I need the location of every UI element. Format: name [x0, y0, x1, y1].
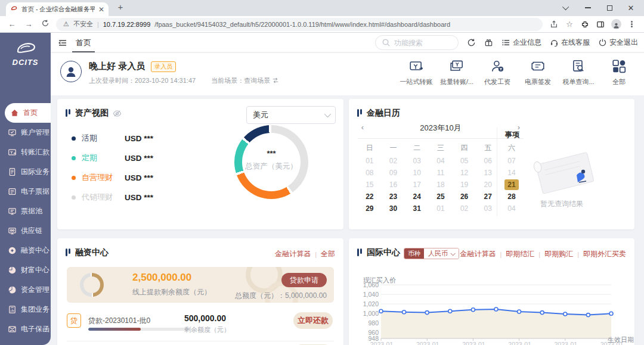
calendar-day[interactable]: 24: [405, 191, 429, 203]
tab-home[interactable]: 首页: [76, 33, 91, 52]
forward-icon[interactable]: →: [23, 20, 35, 29]
guarantee-icon: [8, 325, 17, 334]
calendar-day[interactable]: 30: [382, 203, 405, 215]
browser-menu-icon[interactable]: [625, 18, 638, 31]
quick-action-label: 代发工资: [484, 77, 510, 86]
gift-icon[interactable]: [484, 38, 493, 47]
sidebar-item-guarantee[interactable]: 电子保函: [0, 319, 51, 339]
calendar-day[interactable]: 04: [429, 155, 453, 167]
quick-action-payroll[interactable]: 代发工资: [477, 58, 518, 86]
calendar-day[interactable]: 05: [453, 155, 476, 167]
scene-switch-icon[interactable]: [272, 77, 279, 84]
refresh-icon[interactable]: [467, 38, 476, 47]
calendar-day[interactable]: 21: [500, 179, 524, 191]
profile-avatar[interactable]: [609, 18, 623, 31]
sidebar-item-supplychain[interactable]: 供应链: [0, 221, 51, 241]
link-spot-fx-trade[interactable]: 即期外汇买卖: [583, 249, 626, 259]
calendar-day[interactable]: 11: [429, 167, 453, 179]
greeting-title: 晚上好 录入员: [89, 61, 145, 72]
window-close-icon[interactable]: ✕: [620, 0, 642, 15]
sidebar-item-ebill[interactable]: 电子票据: [0, 182, 51, 201]
quick-action-one-stop-transfer[interactable]: 一站式转账: [396, 58, 436, 86]
search-input[interactable]: [394, 39, 448, 47]
sidebar-item-label: 国际业务: [21, 167, 49, 177]
link-all[interactable]: 全部: [321, 249, 335, 259]
calendar-day[interactable]: 02: [453, 203, 476, 215]
weekday-label: 二: [405, 143, 429, 154]
reload-icon[interactable]: [39, 19, 51, 29]
calendar-day[interactable]: 18: [429, 179, 453, 191]
menu-safe-logout[interactable]: 安全退出: [598, 38, 638, 48]
calendar-day[interactable]: 12: [453, 167, 476, 179]
list-icon: [501, 38, 510, 47]
link-spot-settlement[interactable]: 即期结汇: [506, 249, 534, 259]
calendar-day[interactable]: 02: [382, 155, 405, 167]
loan-apply-button[interactable]: 贷款申请: [281, 273, 327, 287]
menu-online-service[interactable]: 在线客服: [550, 38, 590, 48]
calendar-day[interactable]: 07: [500, 155, 524, 167]
calendar-day[interactable]: 08: [358, 167, 382, 179]
tab-close-icon[interactable]: ✕: [98, 5, 104, 14]
repay-now-button[interactable]: 立即还款: [293, 312, 333, 329]
sidebar-item-home[interactable]: 首页: [5, 103, 51, 123]
warning-icon: ⚠: [63, 20, 69, 28]
menu-company-info[interactable]: 企业信息: [501, 38, 541, 48]
quick-action-batch-transfer[interactable]: 批量转账/...: [436, 58, 477, 86]
calendar-day[interactable]: 14: [500, 167, 524, 179]
currency-select[interactable]: 美元: [246, 106, 336, 124]
calendar-day[interactable]: 22: [358, 191, 382, 203]
quick-action-ebill-issue[interactable]: 电票签发: [518, 58, 558, 86]
quick-action-all-apps[interactable]: 全部: [599, 58, 639, 86]
quick-action-label: 税单查询...: [562, 77, 594, 86]
sidebar-item-group[interactable]: 集团业务: [0, 300, 51, 319]
calendar-day[interactable]: 03: [405, 155, 429, 167]
sidebar-item-account[interactable]: 账户管理: [0, 123, 51, 142]
side-panel-icon[interactable]: [594, 18, 607, 31]
bookmark-star-icon[interactable]: ☆: [563, 18, 576, 31]
financing-links: 金融计算器|全部: [275, 249, 335, 259]
calendar-day[interactable]: 15: [358, 179, 382, 191]
calendar-day[interactable]: 16: [382, 179, 405, 191]
asset-view-card: 资产视图 美元 活期 USD *** 定期 USD *** 自营理财 USD *…: [57, 99, 343, 229]
extensions-icon[interactable]: [578, 18, 592, 31]
window-minimize-icon[interactable]: [577, 0, 599, 15]
sidebar-item-transfer[interactable]: 转账汇款: [0, 142, 51, 162]
eye-off-icon[interactable]: [113, 109, 122, 118]
calendar-day[interactable]: 26: [453, 191, 476, 203]
sidebar-item-financing[interactable]: 融资中心: [0, 241, 51, 260]
intl-card-title: 国际中心: [367, 247, 400, 258]
menu-collapse-icon[interactable]: [58, 38, 67, 48]
quick-action-tax-query[interactable]: 税单查询...: [558, 58, 599, 86]
back-icon[interactable]: ←: [6, 20, 18, 29]
browser-tab[interactable]: 首页 - 企业综合金融服务平台 ✕: [6, 2, 109, 16]
share-icon[interactable]: [547, 18, 561, 31]
link-calculator[interactable]: 金融计算器: [275, 249, 311, 259]
calendar-day[interactable]: 25: [429, 191, 453, 203]
window-menu-icon[interactable]: [556, 0, 577, 15]
calendar-day[interactable]: 17: [405, 179, 429, 191]
address-field[interactable]: ⚠ 不安全 | 10.7.19.22:8999/fpaas_bucket/941…: [56, 18, 543, 31]
sidebar-item-wealth[interactable]: 财富中心: [0, 260, 51, 280]
window-maximize-icon[interactable]: [599, 0, 620, 15]
sidebar-item-billpool[interactable]: 票据池: [0, 201, 51, 221]
calendar-day[interactable]: 09: [382, 167, 405, 179]
new-tab-button[interactable]: +: [114, 2, 126, 12]
svg-text:2023-01-…: 2023-01-…: [462, 341, 494, 345]
link-spot-purchase[interactable]: 即期购汇: [544, 249, 573, 259]
chevron-down-icon: [324, 111, 331, 117]
link-calculator[interactable]: 金融计算器: [460, 249, 496, 259]
function-search[interactable]: [375, 35, 459, 50]
sidebar-item-international[interactable]: 国际业务: [0, 162, 51, 182]
calendar-day[interactable]: 31: [405, 203, 429, 215]
calendar-day[interactable]: 19: [453, 179, 476, 191]
sidebar-item-funds[interactable]: 资金管理: [0, 280, 51, 300]
calendar-day[interactable]: 01: [429, 203, 453, 215]
asset-legend: 活期 USD *** 定期 USD *** 自营理财 USD *** 代销理财 …: [72, 132, 153, 211]
calendar-day[interactable]: 29: [358, 203, 382, 215]
currency-type-select[interactable]: 人民币: [424, 248, 459, 259]
calendar-day[interactable]: 10: [405, 167, 429, 179]
legend-row: 自营理财 USD ***: [72, 172, 153, 184]
user-avatar[interactable]: [60, 61, 82, 82]
calendar-day[interactable]: 01: [358, 155, 382, 167]
calendar-day[interactable]: 23: [382, 191, 405, 203]
